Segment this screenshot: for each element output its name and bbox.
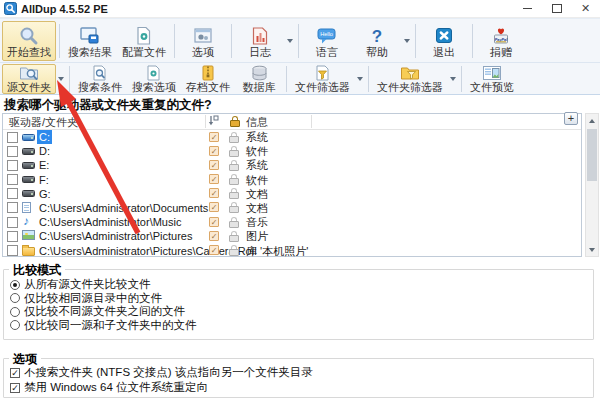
toolbar-separator <box>231 24 232 58</box>
row-enabled-check-icon[interactable]: ✓ <box>209 188 219 198</box>
folder-filter-dropdown-arrow[interactable] <box>450 77 456 81</box>
toolbar-search-options-button[interactable]: 搜索选项 <box>127 64 181 94</box>
vertical-scrollbar[interactable] <box>585 113 599 257</box>
row-lock-icon[interactable] <box>229 217 238 228</box>
row-lock-icon[interactable] <box>229 146 238 157</box>
compare-mode-radio-option[interactable]: 从所有源文件夹比较文件 <box>10 278 593 292</box>
toolbar-folder-filter-button[interactable]: 文件夹筛选器 <box>372 64 448 94</box>
radio-button-icon[interactable] <box>10 320 20 330</box>
column-header-info[interactable]: 信息 <box>246 115 268 130</box>
lock-column-icon[interactable] <box>230 116 239 127</box>
row-path-label: G: <box>37 187 53 201</box>
table-row[interactable]: G: ✓ 文档 <box>3 187 581 201</box>
scroll-up-arrow[interactable] <box>586 114 598 127</box>
toolbar-source-folders-button[interactable]: 源文件夹 <box>2 64 56 94</box>
toolbar-database-button[interactable]: 数据库 <box>235 64 283 94</box>
table-row[interactable]: E: ✓ 系统 <box>3 158 581 172</box>
toolbar-archive-files-button[interactable]: 存档文件 <box>181 64 235 94</box>
toolbar-search-criteria-button[interactable]: 搜索条件 <box>73 64 127 94</box>
table-row[interactable]: C:\Users\Administrator\Pictures\Camera R… <box>3 244 581 258</box>
scrollbar-thumb[interactable] <box>587 129 597 181</box>
page-heading: 搜索哪个驱动器或文件夹重复的文件? <box>4 97 212 114</box>
row-select-checkbox[interactable] <box>7 146 18 157</box>
row-info-label: 系统 <box>246 130 268 144</box>
row-path-label: C:\Users\Administrator\Pictures <box>37 229 194 243</box>
table-row[interactable]: C:\Users\Administrator\Pictures ✓ 图片 <box>3 229 581 243</box>
option-checkbox-item[interactable]: 禁用 Windows 64 位文件系统重定向 <box>10 380 593 395</box>
row-select-checkbox[interactable] <box>7 217 18 228</box>
toolbar-profiles-button[interactable]: 配置文件 <box>117 21 171 61</box>
row-info-label: 音乐 <box>246 215 268 229</box>
toolbar-language-button[interactable]: Hello 语言 <box>302 21 352 61</box>
add-folder-button[interactable]: + <box>564 112 578 125</box>
row-enabled-check-icon[interactable]: ✓ <box>209 245 219 255</box>
row-enabled-check-icon[interactable]: ✓ <box>209 160 219 170</box>
table-row[interactable]: F: ✓ 软件 <box>3 173 581 187</box>
row-select-checkbox[interactable] <box>7 174 18 185</box>
toolbar-file-filter-button[interactable]: 文件筛选器 <box>290 64 355 94</box>
toolbar-label: 日志 <box>249 47 271 58</box>
row-select-checkbox[interactable] <box>7 202 18 213</box>
row-lock-icon[interactable] <box>229 132 238 143</box>
compare-mode-radio-option[interactable]: 仅比较不同源文件夹之间的文件 <box>10 305 593 319</box>
toolbar-donate-button[interactable]: PayPal 捐赠 <box>476 21 526 61</box>
radio-button-icon[interactable] <box>10 293 20 303</box>
toolbar-start-search-button[interactable]: 开始查找 <box>2 21 56 61</box>
option-checkbox-item[interactable]: 不搜索文件夹 (NTFS 交接点) 该点指向另一个文件夹目录 <box>10 365 593 380</box>
checkbox-icon[interactable] <box>10 383 20 393</box>
row-type-icon <box>22 148 35 155</box>
row-enabled-check-icon[interactable]: ✓ <box>209 146 219 156</box>
radio-button-icon[interactable] <box>10 280 20 290</box>
toolbar-label: 搜索结果 <box>68 47 112 58</box>
row-enabled-check-icon[interactable]: ✓ <box>209 202 219 212</box>
maximize-button[interactable] <box>542 0 571 17</box>
toolbar-help-button[interactable]: ? 帮助 <box>352 21 402 61</box>
row-select-checkbox[interactable] <box>7 231 18 242</box>
row-enabled-check-icon[interactable]: ✓ <box>209 174 219 184</box>
row-enabled-check-icon[interactable]: ✓ <box>209 132 219 142</box>
log-dropdown-arrow[interactable] <box>287 39 293 43</box>
checkbox-icon[interactable] <box>10 368 20 378</box>
donate-paypal-icon: PayPal <box>490 26 512 46</box>
table-row[interactable]: D: ✓ 软件 <box>3 144 581 158</box>
toolbar-options-button[interactable]: 选项 <box>178 21 228 61</box>
row-select-checkbox[interactable] <box>7 132 18 143</box>
help-dropdown-arrow[interactable] <box>404 39 410 43</box>
toolbar-separator <box>415 24 416 58</box>
priority-column-icon[interactable] <box>208 115 219 129</box>
toolbar-search-results-button[interactable]: 搜索结果 <box>63 21 117 61</box>
row-lock-icon[interactable] <box>229 160 238 171</box>
toolbar-exit-button[interactable]: 退出 <box>419 21 469 61</box>
row-type-icon <box>22 134 35 141</box>
row-lock-icon[interactable] <box>229 174 238 185</box>
toolbar-label: 数据库 <box>243 82 276 93</box>
file-filter-dropdown-arrow[interactable] <box>357 77 363 81</box>
minimize-button[interactable] <box>513 0 542 17</box>
compare-mode-radio-option[interactable]: 仅比较同一源和子文件夹中的文件 <box>10 319 593 333</box>
row-enabled-check-icon[interactable]: ✓ <box>209 217 219 227</box>
table-header: 驱动器/文件夹 信息 <box>3 114 581 130</box>
checkbox-label: 不搜索文件夹 (NTFS 交接点) 该点指向另一个文件夹目录 <box>24 365 313 380</box>
source-folders-dropdown-arrow[interactable] <box>58 77 64 81</box>
table-row[interactable]: C:\Users\Administrator\Music ✓ 音乐 <box>3 215 581 229</box>
compare-mode-radio-option[interactable]: 仅比较相同源目录中的文件 <box>10 292 593 306</box>
radio-button-icon[interactable] <box>10 307 20 317</box>
toolbar-file-preview-button[interactable]: 文件预览 <box>465 64 519 94</box>
row-lock-icon[interactable] <box>229 231 238 242</box>
table-row[interactable]: C:\Users\Administrator\Documents ✓ 文档 <box>3 201 581 215</box>
toolbar-label: 文件预览 <box>470 82 514 93</box>
table-row[interactable]: C: ✓ 系统 <box>3 130 581 144</box>
row-enabled-check-icon[interactable]: ✓ <box>209 231 219 241</box>
row-lock-icon[interactable] <box>229 188 238 199</box>
close-button[interactable]: ✕ <box>571 0 600 17</box>
row-select-checkbox[interactable] <box>7 160 18 171</box>
scroll-down-arrow[interactable] <box>586 243 598 256</box>
row-lock-icon[interactable] <box>229 202 238 213</box>
toolbar-log-button[interactable]: 日志 <box>235 21 285 61</box>
column-header-name[interactable]: 驱动器/文件夹 <box>9 115 78 130</box>
toolbar-label: 退出 <box>433 47 455 58</box>
row-lock-icon[interactable] <box>229 245 238 256</box>
row-select-checkbox[interactable] <box>7 188 18 199</box>
row-select-checkbox[interactable] <box>7 245 18 256</box>
row-path-label: C:\Users\Administrator\Documents <box>37 201 210 215</box>
